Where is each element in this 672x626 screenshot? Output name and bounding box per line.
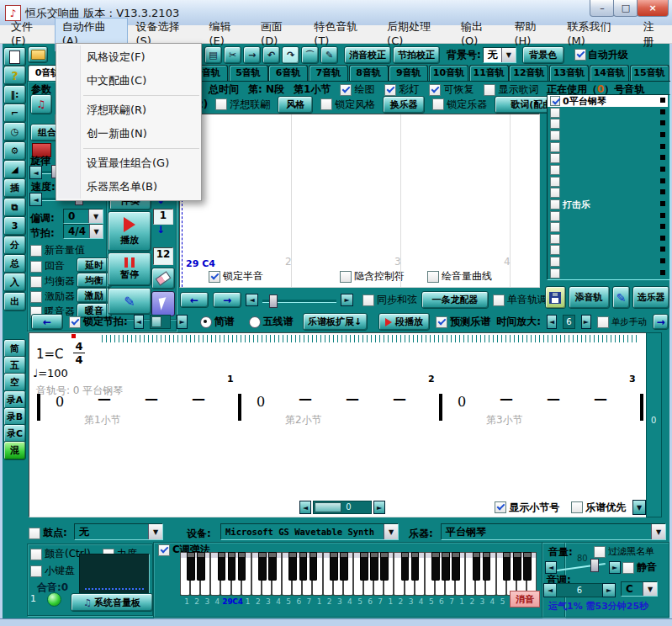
score-priority-checkbox[interactable]: 乐谱优先 [571, 501, 626, 515]
track-tab-13[interactable]: 13音轨 [549, 65, 589, 81]
pitch-spin-right[interactable]: ► [602, 583, 616, 597]
pause-button[interactable]: 暂停 [108, 252, 151, 286]
out-button[interactable]: 出 [3, 292, 26, 311]
score-expand-button[interactable]: 乐谱板扩展↓ [303, 313, 368, 331]
track-tab-6[interactable]: 6音轨 [268, 65, 308, 81]
play-button[interactable]: 播放 [108, 211, 151, 252]
checkbox[interactable] [340, 84, 352, 96]
piano-black-key[interactable] [258, 552, 267, 581]
curve-icon[interactable]: ⌒ [301, 46, 319, 64]
lock-style-checkbox[interactable]: 锁定风格 [320, 98, 375, 112]
track-row-1[interactable] [548, 107, 668, 119]
volume-slider-left[interactable]: ◄ [545, 561, 557, 574]
background-number-select[interactable]: 无 ▼ [483, 47, 516, 63]
one-dragon-button[interactable]: 一条龙配器 [421, 291, 489, 309]
check-回音[interactable]: 回音 [30, 259, 65, 273]
track-checkbox[interactable] [550, 130, 560, 141]
insert-button[interactable]: 插 [3, 178, 26, 198]
track-row-7[interactable] [548, 176, 668, 188]
meter-select[interactable]: 4/4▼ [63, 224, 103, 239]
small-keyboard-checkbox[interactable]: 小键盘 [30, 564, 75, 578]
track-row-13[interactable] [548, 244, 668, 256]
piano-black-key[interactable] [442, 552, 450, 581]
chevron-down-icon[interactable]: ▼ [501, 48, 516, 62]
track-tab-10[interactable]: 10音轨 [429, 65, 468, 81]
track-checkbox[interactable] [550, 165, 560, 175]
piano-black-key[interactable] [401, 552, 410, 581]
scroll-down-button[interactable]: ▼ [632, 500, 646, 515]
piano-black-key[interactable] [473, 552, 481, 581]
new-file-icon[interactable] [3, 47, 26, 66]
music-note-icon[interactable]: ♫ [30, 94, 52, 114]
single-step-checkbox[interactable]: 单步手动 [597, 316, 647, 328]
prev-button[interactable]: ← [31, 314, 63, 330]
track-tab-14[interactable]: 14音轨 [590, 65, 629, 81]
checkbox[interactable] [30, 291, 42, 303]
track-tab-8[interactable]: 8音轨 [349, 65, 389, 81]
octave-spin-3[interactable]: 12 [153, 247, 173, 265]
piano-black-key[interactable] [483, 552, 491, 581]
redo-icon[interactable]: ↷ [282, 46, 299, 64]
float-fancy-checkbox[interactable]: 浮想联翩 [215, 98, 270, 112]
system-volume-button[interactable]: ♫ 系统音量板 [71, 593, 153, 612]
context-menu-item[interactable]: 设置最佳组合(G) [56, 151, 201, 175]
silent-checkbox[interactable]: 静音 [622, 560, 657, 575]
piano-black-key[interactable] [370, 552, 378, 581]
jianpu-radio[interactable]: 简谱 [200, 315, 235, 329]
track-row-3[interactable] [548, 130, 668, 141]
next-button[interactable]: → [653, 314, 669, 330]
piano-black-key[interactable] [411, 552, 420, 581]
piano-keyboard[interactable] [180, 552, 537, 596]
track-checkbox[interactable] [550, 257, 560, 267]
track-row-2[interactable] [548, 118, 668, 130]
pen-tool-button[interactable]: ✎ [108, 288, 151, 315]
volume-slider-right[interactable]: ► [609, 561, 621, 574]
playhead-marker[interactable] [71, 334, 76, 338]
key-select[interactable]: C▼ [621, 581, 658, 597]
context-menu-item[interactable]: 乐器黑名单(B) [56, 175, 201, 199]
segment-play-button[interactable]: 段播放 [378, 313, 430, 331]
context-menu-item[interactable]: 中文配曲(C) [56, 69, 201, 93]
track-row-15[interactable] [548, 268, 668, 279]
check-均衡器[interactable]: 均衡器 [30, 274, 75, 289]
new-volume-checkbox[interactable]: 新音量值 [30, 243, 85, 257]
triplet-icon[interactable]: 3 [3, 216, 26, 236]
context-menu-item[interactable]: 风格设定(F) [56, 45, 201, 69]
scroll-right-button[interactable]: → [213, 292, 241, 308]
hslider-right[interactable]: ► [341, 294, 353, 306]
lock-instrument-checkbox[interactable]: 锁定乐器 [432, 98, 487, 112]
piano-black-key[interactable] [228, 552, 236, 581]
track-tab-7[interactable]: 7音轨 [309, 65, 348, 81]
chevron-down-icon[interactable]: ▼ [88, 210, 103, 223]
track-tab-12[interactable]: 12音轨 [509, 65, 548, 81]
select-cursor-button[interactable] [151, 291, 175, 316]
track-checkbox[interactable] [550, 245, 560, 255]
track-tab-11[interactable]: 11音轨 [469, 65, 509, 81]
sync-chord-checkbox[interactable]: 同步和弦 [362, 293, 417, 307]
help-icon[interactable]: ? [3, 66, 26, 85]
checkbox[interactable] [209, 271, 220, 283]
lock-beat-checkbox[interactable]: 锁定节拍: [69, 315, 128, 329]
show-measure-number-checkbox[interactable]: 显示小节号 [495, 501, 559, 515]
copy-icon[interactable]: ⧉ [3, 198, 26, 217]
auto-upgrade-checkbox[interactable] [574, 49, 586, 61]
check-激励器[interactable]: 激励器 [30, 289, 75, 304]
track-checkbox[interactable] [550, 222, 560, 232]
clock-icon[interactable]: ◷ [3, 122, 26, 141]
in-button[interactable]: 入 [3, 273, 26, 292]
minimize-button[interactable]: – [590, 0, 615, 17]
ramp-icon[interactable]: ◢ [3, 160, 26, 179]
clipboard-icon[interactable]: ▤ [204, 46, 222, 64]
piano-black-key[interactable] [431, 552, 440, 581]
piano-black-key[interactable] [452, 552, 460, 581]
track-checkbox[interactable] [550, 108, 560, 118]
checkbox[interactable] [384, 84, 396, 96]
wrench-icon[interactable]: ⚙ [3, 141, 26, 161]
notation-hscroll-track[interactable]: 0 [313, 501, 372, 514]
total-button[interactable]: 总 [3, 254, 26, 273]
style-button[interactable]: 风格 [278, 96, 313, 114]
mix-button[interactable]: 混 [3, 441, 26, 460]
track-checkbox[interactable] [550, 153, 560, 163]
piano-black-key[interactable] [310, 552, 318, 581]
corner-icon[interactable]: ⌐ [3, 103, 26, 123]
